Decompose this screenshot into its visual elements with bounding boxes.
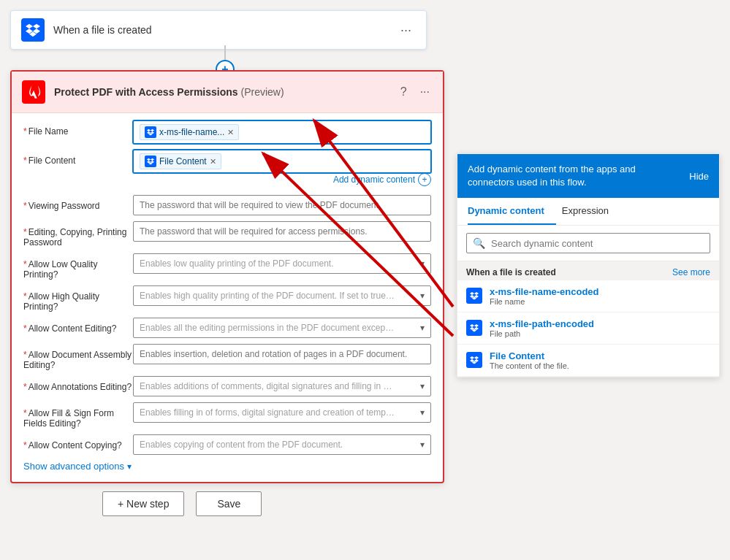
fill-sign-label: *Allow Fill & Sign Form Fields Editing? [23, 402, 133, 429]
high-quality-field[interactable]: Enables high quality printing of the PDF… [133, 285, 431, 306]
low-quality-field[interactable]: Enables low quality printing of the PDF … [133, 253, 431, 274]
file-name-field[interactable]: x-ms-file-name... ✕ [133, 120, 431, 144]
connector-line [224, 45, 226, 60]
editing-password-input[interactable] [133, 221, 431, 242]
editing-password-row: *Editing, Copying, Printing Password [23, 221, 431, 248]
file-name-token: x-ms-file-name... ✕ [140, 124, 239, 140]
dynamic-item-content: x-ms-file-path-encoded File path [490, 318, 710, 338]
new-step-button[interactable]: + New step [102, 491, 184, 516]
action-more-button[interactable]: ··· [417, 84, 433, 100]
remove-filename-token[interactable]: ✕ [227, 128, 234, 137]
tab-dynamic-content[interactable]: Dynamic content [468, 198, 556, 225]
dropdown-arrow-icon-2: ▾ [420, 291, 425, 301]
save-button[interactable]: Save [196, 491, 262, 516]
document-assembly-row: *Allow Document Assembly Editing? [23, 344, 431, 370]
low-quality-dropdown[interactable]: Enables low quality printing of the PDF … [133, 253, 431, 274]
annotations-row: *Allow Annotations Editing? Enables addi… [23, 376, 431, 396]
fill-sign-dropdown[interactable]: Enables filling in of forms, digital sig… [133, 402, 431, 423]
hide-panel-button[interactable]: Hide [680, 171, 709, 182]
dynamic-item[interactable]: File Content The content of the file. [457, 345, 719, 377]
search-input[interactable] [491, 238, 704, 249]
dynamic-panel-header: Add dynamic content from the apps and co… [457, 154, 719, 198]
dynamic-item[interactable]: x-ms-file-path-encoded File path [457, 312, 719, 345]
dropdown-arrow-icon-4: ▾ [420, 381, 425, 391]
fill-sign-field[interactable]: Enables filling in of forms, digital sig… [133, 402, 431, 423]
dynamic-item-content: x-ms-file-name-encoded File name [490, 286, 710, 306]
content-copying-dropdown[interactable]: Enables copying of content from the PDF … [133, 434, 431, 455]
dynamic-item-content: File Content The content of the file. [490, 350, 710, 370]
dynamic-item-desc: File name [490, 297, 710, 306]
advanced-options-row: Show advanced options ▾ [23, 461, 431, 472]
dynamic-panel: Add dynamic content from the apps and co… [457, 153, 720, 377]
token-dropbox-icon-2 [145, 156, 156, 167]
document-assembly-input[interactable] [133, 344, 431, 364]
viewing-password-field[interactable] [133, 195, 431, 215]
low-quality-row: *Allow Low Quality Printing? Enables low… [23, 253, 431, 280]
content-editing-label: *Allow Content Editing? [23, 318, 133, 334]
action-card: Protect PDF with Access Permissions (Pre… [10, 70, 444, 483]
dynamic-item-name: File Content [490, 350, 710, 361]
dropdown-arrow-icon-6: ▾ [420, 440, 425, 450]
search-icon: 🔍 [473, 237, 485, 249]
show-advanced-button[interactable]: Show advanced options ▾ [23, 461, 132, 472]
annotations-field[interactable]: Enables additions of comments, digital s… [133, 376, 431, 396]
content-copying-field[interactable]: Enables copying of content from the PDF … [133, 434, 431, 455]
action-title: Protect PDF with Access Permissions (Pre… [54, 86, 398, 98]
high-quality-label: *Allow High Quality Printing? [23, 285, 133, 312]
search-input-wrap: 🔍 [466, 233, 710, 253]
dynamic-item-desc: File path [490, 329, 710, 338]
action-form: *File Name x-ms-file-name... ✕ *File Con… [12, 113, 443, 482]
viewing-password-label: *Viewing Password [23, 195, 133, 211]
dynamic-items-list: x-ms-file-name-encoded File name x-ms-fi… [457, 280, 719, 377]
dynamic-item-desc: The content of the file. [490, 361, 710, 370]
trigger-card: When a file is created ··· [10, 10, 427, 50]
file-name-input[interactable]: x-ms-file-name... ✕ [133, 120, 431, 144]
document-assembly-field[interactable] [133, 344, 431, 364]
chevron-down-icon: ▾ [127, 461, 132, 472]
dynamic-item-icon [466, 288, 482, 304]
dynamic-content-row: Add dynamic content + [133, 173, 431, 186]
file-content-label: *File Content [23, 150, 133, 166]
dynamic-item[interactable]: x-ms-file-name-encoded File name [457, 280, 719, 312]
content-editing-field[interactable]: Enables all the editing permissions in t… [133, 318, 431, 338]
content-editing-dropdown[interactable]: Enables all the editing permissions in t… [133, 318, 431, 338]
dynamic-section-title: When a file is created [466, 267, 556, 277]
dynamic-item-name: x-ms-file-path-encoded [490, 318, 710, 329]
adobe-icon [22, 80, 45, 104]
content-copying-label: *Allow Content Copying? [23, 434, 133, 450]
dropdown-arrow-icon-5: ▾ [420, 407, 425, 418]
see-more-button[interactable]: See more [672, 267, 710, 277]
add-dynamic-content-button[interactable]: Add dynamic content + [333, 173, 431, 186]
dynamic-item-name: x-ms-file-name-encoded [490, 286, 710, 297]
tab-expression[interactable]: Expression [562, 198, 620, 225]
dropbox-icon [21, 18, 45, 42]
search-box: 🔍 [457, 226, 719, 261]
file-name-row: *File Name x-ms-file-name... ✕ [23, 120, 431, 144]
content-copying-row: *Allow Content Copying? Enables copying … [23, 434, 431, 455]
dynamic-item-icon [466, 320, 482, 336]
low-quality-label: *Allow Low Quality Printing? [23, 253, 133, 280]
dynamic-item-icon [466, 352, 482, 368]
editing-password-field[interactable] [133, 221, 431, 242]
viewing-password-input[interactable] [133, 195, 431, 215]
bottom-actions: + New step Save [102, 491, 262, 516]
dynamic-panel-tabs: Dynamic content Expression [457, 198, 719, 226]
preview-badge: (Preview) [240, 86, 284, 98]
remove-filecontent-token[interactable]: ✕ [210, 157, 216, 166]
high-quality-dropdown[interactable]: Enables high quality printing of the PDF… [133, 285, 431, 306]
dropdown-arrow-icon-3: ▾ [420, 323, 425, 333]
action-header: Protect PDF with Access Permissions (Pre… [12, 72, 443, 113]
file-content-field: File Content ✕ Add dynamic content + [133, 150, 431, 189]
help-button[interactable]: ? [398, 84, 410, 100]
annotations-dropdown[interactable]: Enables additions of comments, digital s… [133, 376, 431, 396]
action-header-icons: ? ··· [398, 84, 433, 100]
file-content-input[interactable]: File Content ✕ [133, 150, 431, 173]
token-dropbox-icon [145, 126, 156, 138]
dynamic-panel-header-text: Add dynamic content from the apps and co… [468, 163, 680, 189]
annotations-label: *Allow Annotations Editing? [23, 376, 133, 392]
dynamic-section-header: When a file is created See more [457, 261, 719, 280]
editing-password-label: *Editing, Copying, Printing Password [23, 221, 133, 248]
trigger-more-button[interactable]: ··· [396, 21, 416, 39]
plus-circle-icon: + [418, 173, 431, 186]
document-assembly-label: *Allow Document Assembly Editing? [23, 344, 133, 370]
